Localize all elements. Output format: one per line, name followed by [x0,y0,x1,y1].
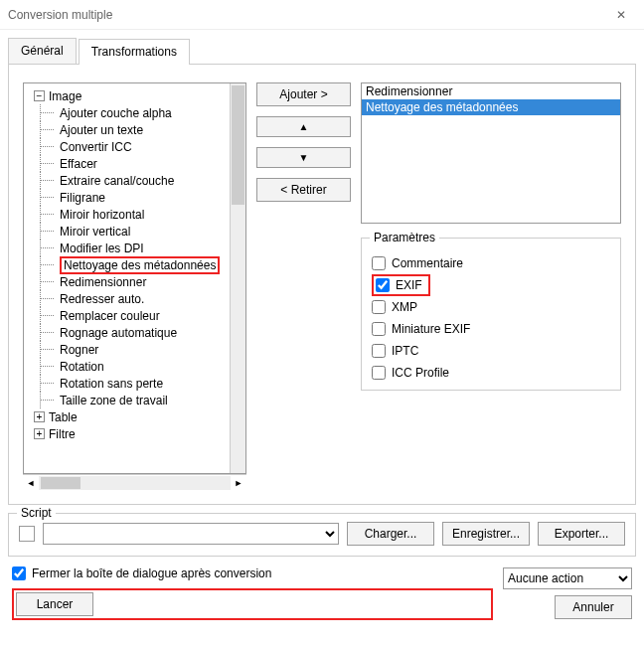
tree-item[interactable]: Effacer [60,157,97,171]
param-label: EXIF [396,278,422,292]
script-enable-checkbox[interactable] [19,526,35,542]
move-down-button[interactable]: ▼ [256,147,351,168]
cancel-button[interactable]: Annuler [555,595,632,619]
window-title: Conversion multiple [8,8,606,22]
tree-item[interactable]: Rotation sans perte [60,377,163,391]
selected-transforms-list[interactable]: Redimensionner Nettoyage des métadonnées [361,82,621,224]
remove-button[interactable]: < Retirer [256,178,351,202]
tree-item[interactable]: Convertir ICC [60,140,132,154]
tree-item[interactable]: Ajouter un texte [60,123,143,137]
tree-item[interactable]: Miroir vertical [60,225,130,239]
param-checkbox-xmp[interactable]: XMP [372,296,610,318]
tree-item[interactable]: Extraire canal/couche [60,174,174,188]
scroll-left-icon[interactable]: ◄ [23,478,39,488]
param-label: Commentaire [392,256,463,270]
tree-item[interactable]: Taille zone de travail [60,394,168,407]
param-label: Miniature EXIF [392,322,470,336]
tree-item[interactable]: Modifier les DPI [60,242,144,255]
param-label: ICC Profile [392,366,449,380]
list-item-selected[interactable]: Nettoyage des métadonnées [362,99,620,115]
tree-item[interactable]: Rotation [60,360,104,374]
move-up-button[interactable]: ▲ [256,116,351,137]
tree-item[interactable]: Filigrane [60,191,105,205]
post-action-select[interactable]: Aucune action [503,567,632,589]
close-icon[interactable]: ✕ [606,8,636,22]
vertical-scrollbar[interactable] [230,83,245,473]
param-checkbox-iptc[interactable]: IPTC [372,340,610,362]
param-checkbox-commentaire[interactable]: Commentaire [372,252,610,274]
tree-item[interactable]: Rogner [60,343,98,357]
tab-general[interactable]: Général [8,38,77,64]
load-button[interactable]: Charger... [347,522,434,546]
export-button[interactable]: Exporter... [538,522,625,546]
horizontal-scrollbar[interactable]: ◄ ► [23,474,246,490]
collapse-icon[interactable]: − [34,90,45,101]
expand-icon[interactable]: + [34,428,45,439]
script-select[interactable] [43,523,339,545]
tree-item[interactable]: Rognage automatique [60,326,177,340]
param-checkbox-exif[interactable]: EXIF [372,274,430,296]
tree-item[interactable]: Redimensionner [60,275,146,289]
tab-transformations[interactable]: Transformations [79,39,190,65]
close-after-checkbox[interactable]: Fermer la boîte de dialogue après conver… [12,566,493,580]
param-checkbox-icc-profile[interactable]: ICC Profile [372,362,610,384]
transform-tree[interactable]: −Image Ajouter couche alpha Ajouter un t… [24,83,230,473]
param-label: IPTC [392,344,418,358]
script-label: Script [17,506,56,520]
param-label: XMP [392,300,417,314]
scroll-right-icon[interactable]: ► [231,478,246,488]
expand-icon[interactable]: + [34,411,45,422]
close-after-label: Fermer la boîte de dialogue après conver… [32,566,271,580]
tree-item-highlighted[interactable]: Nettoyage des métadonnées [60,256,220,274]
tree-item[interactable]: Miroir horizontal [60,208,144,222]
tree-group-table[interactable]: Table [49,410,78,424]
param-checkbox-miniature-exif[interactable]: Miniature EXIF [372,318,610,340]
tree-item[interactable]: Redresser auto. [60,292,144,306]
launch-button[interactable]: Lancer [16,592,93,616]
add-button[interactable]: Ajouter > [256,82,351,106]
tree-group-image[interactable]: Image [49,89,81,103]
params-legend: Paramètres [370,231,439,244]
tree-item[interactable]: Remplacer couleur [60,309,160,323]
save-button[interactable]: Enregistrer... [442,522,530,546]
tree-item[interactable]: Ajouter couche alpha [60,106,172,120]
tree-group-filter[interactable]: Filtre [49,427,76,441]
list-item[interactable]: Redimensionner [362,83,620,99]
